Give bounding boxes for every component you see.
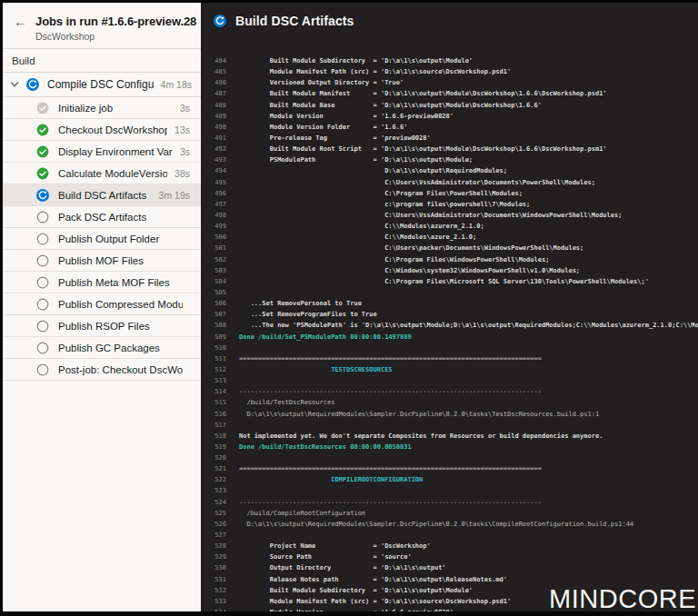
step-label: Publish Compressed Modules — [58, 299, 183, 310]
pending-circle-icon — [36, 254, 49, 267]
log-line-number[interactable]: 510 — [210, 343, 226, 353]
log-body[interactable]: 484 Built Module Subdirectory = 'D:\a\1\… — [201, 39, 698, 611]
sidebar-step[interactable]: Checkout DscWorkshop@main t...13s — [3, 119, 201, 141]
sidebar-step[interactable]: Calculate ModuleVersion (GitVer...38s — [3, 163, 201, 184]
step-label: Display Environment Variables — [58, 146, 173, 157]
chevron-down-icon[interactable] — [10, 80, 19, 89]
log-line-number[interactable]: 487 — [210, 88, 226, 99]
log-line-number[interactable]: 514 — [210, 386, 226, 397]
log-line-number[interactable]: 498 — [210, 210, 226, 221]
log-line-number[interactable]: 530 — [210, 562, 226, 573]
log-line-number[interactable]: 508 — [210, 320, 226, 331]
sidebar-step[interactable]: Post-job: Checkout DscWorkshop@... — [3, 359, 201, 381]
log-line-number[interactable]: 485 — [210, 66, 226, 77]
log-line-number[interactable]: 491 — [210, 133, 226, 144]
log-line-number[interactable]: 493 — [210, 154, 226, 165]
log-line-number[interactable]: 488 — [210, 100, 226, 111]
log-line: 520 — [210, 452, 698, 463]
log-line-number[interactable]: 502 — [210, 254, 226, 265]
log-line-number[interactable]: 484 — [210, 55, 226, 66]
log-line-number[interactable]: 523 — [210, 485, 226, 496]
log-line: 516 D:\a\1\s\output\RequiredModules\Samp… — [210, 409, 698, 420]
sidebar-step[interactable]: Initialize job3s — [3, 97, 201, 119]
log-line-number[interactable]: 532 — [210, 585, 226, 596]
log-line-text: ...The new 'PSModulePath' is 'D:\a\1\s\o… — [239, 320, 698, 331]
steps-list: Initialize job3sCheckout DscWorkshop@mai… — [3, 97, 201, 381]
log-line-number[interactable]: 526 — [210, 519, 226, 530]
log-line: 485 Module Manifest Path (src) = 'D:\a\1… — [210, 66, 698, 77]
log-line-number[interactable]: 500 — [210, 232, 226, 243]
log-line-text: D:\a\1\s\output\RequiredModules\Sampler.… — [239, 409, 599, 420]
log-line: 484 Built Module Subdirectory = 'D:\a\1\… — [210, 55, 698, 66]
log-line-number[interactable]: 522 — [210, 474, 226, 485]
log-line-number[interactable]: 507 — [210, 309, 226, 320]
log-line-number[interactable]: 511 — [210, 353, 226, 364]
log-line-number[interactable]: 506 — [210, 298, 226, 309]
log-line: 489 Module Version = '1.6.6-preview0028' — [210, 111, 698, 122]
log-line: 490 Module Version Folder = '1.6.6' — [210, 122, 698, 133]
log-line: 505 — [210, 287, 698, 298]
log-line-number[interactable]: 517 — [210, 420, 226, 431]
log-line-number[interactable]: 494 — [210, 165, 226, 176]
job-row-compile[interactable]: Compile DSC Configuration on ... 4m 18s — [3, 73, 201, 97]
log-line: 514-------------------------------------… — [210, 386, 698, 397]
log-line-number[interactable]: 496 — [210, 188, 226, 199]
log-line-number[interactable]: 521 — [210, 463, 226, 474]
sidebar-step[interactable]: Display Environment Variables3s — [3, 141, 201, 163]
log-line-number[interactable]: 512 — [210, 364, 226, 375]
sidebar-step[interactable]: Publish GC Packages — [3, 337, 201, 359]
log-line-number[interactable]: 531 — [210, 574, 226, 585]
log-line-number[interactable]: 528 — [210, 541, 226, 551]
sidebar-step[interactable]: Publish Meta MOF Files — [3, 272, 201, 293]
log-line: 518Not implemented yet. We don't separat… — [210, 431, 698, 442]
log-line-number[interactable]: 497 — [210, 199, 226, 210]
step-label: Publish Output Folder — [58, 233, 183, 244]
log-line-number[interactable]: 499 — [210, 221, 226, 232]
log-line-text: Release Notes path = 'D:\a\1\s\output\Re… — [239, 574, 507, 585]
log-line-number[interactable]: 533 — [210, 596, 226, 607]
log-line: 525 /build/CompileRootConfiguration — [210, 508, 698, 519]
log-line-number[interactable]: 504 — [210, 276, 226, 287]
log-line-number[interactable]: 509 — [210, 332, 226, 343]
log-line: 486 Versioned Output Directory = 'True' — [210, 77, 698, 88]
log-line-text: Output Directory = 'D:\a\1\s\output' — [239, 562, 446, 573]
log-line: 488 Built Module Base = 'D:\a\1\s\output… — [210, 100, 698, 111]
log-line-number[interactable]: 495 — [210, 177, 226, 188]
sidebar-step[interactable]: Publish Output Folder — [3, 228, 201, 250]
run-title: Jobs in run #1.6.6-preview.28 — [35, 15, 196, 28]
log-line: 512 TESTDSCRESOURCES — [210, 364, 698, 375]
log-line-number[interactable]: 513 — [210, 375, 226, 386]
log-line-number[interactable]: 534 — [210, 607, 226, 611]
log-line-number[interactable]: 490 — [210, 122, 226, 133]
log-line: 500 C:\\Modules\azure_2.1.0; — [210, 232, 698, 243]
log-line-number[interactable]: 527 — [210, 530, 226, 541]
log-line-text: C:\Program Files\PowerShell\Modules; — [239, 188, 523, 199]
log-line-number[interactable]: 516 — [210, 409, 226, 420]
log-line-number[interactable]: 515 — [210, 397, 226, 408]
log-line-number[interactable]: 486 — [210, 77, 226, 88]
sidebar-step[interactable]: Publish RSOP Files — [3, 315, 201, 337]
log-line-number[interactable]: 520 — [210, 452, 226, 463]
log-line-number[interactable]: 529 — [210, 551, 226, 562]
log-line-text: c:\program files\powershell\7\Modules; — [239, 199, 530, 210]
log-line-number[interactable]: 492 — [210, 144, 226, 154]
sidebar-step[interactable]: Pack DSC Artifacts — [3, 206, 201, 228]
log-line-number[interactable]: 525 — [210, 508, 226, 519]
log-line-text: ...Set RemoveProgramFiles to True — [239, 309, 377, 320]
log-line-number[interactable]: 518 — [210, 431, 226, 442]
log-line: 517 — [210, 420, 698, 431]
log-line-text: Source Path = 'source' — [239, 551, 412, 562]
sidebar-step[interactable]: Build DSC Artifacts3m 19s — [3, 184, 201, 206]
back-icon[interactable]: ← — [14, 15, 27, 29]
pending-circle-icon — [36, 320, 49, 333]
log-line-number[interactable]: 519 — [210, 442, 226, 452]
log-line-number[interactable]: 524 — [210, 497, 226, 508]
sidebar-step[interactable]: Publish Compressed Modules — [3, 293, 201, 315]
log-line-number[interactable]: 503 — [210, 265, 226, 276]
pending-circle-icon — [36, 363, 49, 376]
sidebar-step[interactable]: Publish MOF Files — [3, 250, 201, 272]
log-line-number[interactable]: 501 — [210, 243, 226, 253]
log-line-text: Module Version = '1.6.6-preview0028' — [239, 111, 454, 122]
log-line-number[interactable]: 489 — [210, 111, 226, 122]
log-line-number[interactable]: 505 — [210, 287, 226, 298]
